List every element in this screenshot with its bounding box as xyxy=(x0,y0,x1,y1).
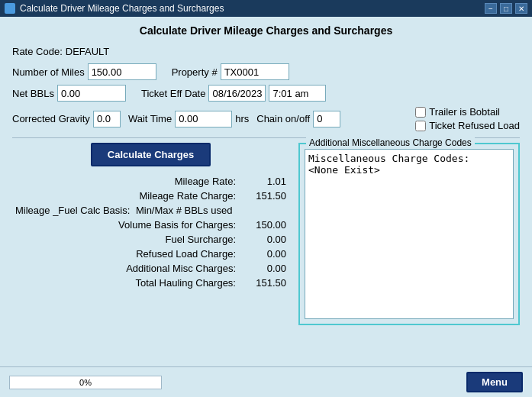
volume-basis-label: Volume Basis for Charges: xyxy=(12,218,243,232)
number-of-miles-input[interactable] xyxy=(88,63,156,80)
chain-on-off-label: Chain on/off xyxy=(256,113,310,124)
misc-group: Additional Miscellaneous Charge Codes Mi… xyxy=(298,143,520,325)
total-hauling-value: 151.50 xyxy=(243,276,289,290)
close-button[interactable]: ✕ xyxy=(515,3,527,14)
rate-code-row: Rate Code: DEFAULT xyxy=(12,46,520,57)
corrected-gravity-input[interactable] xyxy=(93,111,121,127)
window-title: Calculate Driver Mileage Charges and Sur… xyxy=(0,17,532,43)
checkboxes-group: Trailer is Bobtail Ticket Refused Load xyxy=(415,106,520,131)
number-of-miles-label: Number of Miles xyxy=(12,66,85,78)
chain-on-off-row: Chain on/off xyxy=(256,111,340,127)
trailer-bobtail-row: Trailer is Bobtail xyxy=(415,106,520,118)
wait-time-row: Wait Time hrs xyxy=(128,111,249,127)
minimize-button[interactable]: − xyxy=(485,3,497,14)
refused-load-value: 0.00 xyxy=(243,247,289,261)
table-row: Mileage _Fuel Calc Basis: Min/Max # BBLs… xyxy=(12,203,289,218)
right-panel: Additional Miscellaneous Charge Codes Mi… xyxy=(298,143,520,325)
refused-load-label: Refused Load Charge: xyxy=(12,247,243,261)
ticket-eff-date-row: Ticket Eff Date xyxy=(141,85,327,102)
net-bbls-row: Net BBLs xyxy=(12,85,126,102)
total-hauling-label: Total Hauling Charges: xyxy=(12,276,243,290)
rate-code-value: DEFAULT xyxy=(66,46,110,57)
property-num-label: Property # xyxy=(172,66,218,78)
wait-time-input[interactable] xyxy=(175,111,232,127)
misc-group-legend: Additional Miscellaneous Charge Codes xyxy=(306,137,475,148)
table-row: Additional Misc Charges: 0.00 xyxy=(12,261,289,276)
table-row: Fuel Surcharge: 0.00 xyxy=(12,232,289,247)
progress-bar-container: 0% xyxy=(9,376,162,389)
additional-misc-value: 0.00 xyxy=(243,261,289,276)
title-bar-text: Calculate Driver Mileage Charges and Sur… xyxy=(20,3,224,14)
table-row: Volume Basis for Charges: 150.00 xyxy=(12,218,289,232)
mileage-rate-value: 1.01 xyxy=(243,174,289,189)
net-bbls-input[interactable] xyxy=(57,85,126,102)
ticket-refused-load-row: Ticket Refused Load xyxy=(415,120,520,131)
menu-button[interactable]: Menu xyxy=(466,372,523,392)
calculate-charges-button[interactable]: Calculate Charges xyxy=(91,143,211,166)
corrected-gravity-label: Corrected Gravity xyxy=(12,113,90,124)
table-row: Refused Load Charge: 0.00 xyxy=(12,247,289,261)
ticket-refused-load-label: Ticket Refused Load xyxy=(429,120,520,131)
fuel-surcharge-value: 0.00 xyxy=(243,232,289,247)
ticket-eff-time-input[interactable] xyxy=(269,85,326,102)
ticket-eff-date-label: Ticket Eff Date xyxy=(141,88,206,99)
trailer-bobtail-label: Trailer is Bobtail xyxy=(429,106,500,118)
left-panel: Calculate Charges Mileage Rate: 1.01 Mil… xyxy=(12,143,289,325)
wait-time-unit: hrs xyxy=(235,113,249,124)
content-area: Rate Code: DEFAULT Number of Miles Prope… xyxy=(0,43,532,366)
mileage-fuel-calc-basis: Mileage _Fuel Calc Basis: Min/Max # BBLs… xyxy=(12,203,289,218)
volume-basis-value: 150.00 xyxy=(243,218,289,232)
ticket-eff-date-input[interactable] xyxy=(208,85,266,102)
mileage-rate-charge-value: 151.50 xyxy=(243,189,289,203)
trailer-bobtail-checkbox[interactable] xyxy=(415,107,426,118)
corrected-gravity-row: Corrected Gravity xyxy=(12,111,121,127)
maximize-button[interactable]: □ xyxy=(500,3,512,14)
main-window: Calculate Driver Mileage Charges and Sur… xyxy=(0,17,532,397)
ticket-refused-load-checkbox[interactable] xyxy=(415,121,426,131)
main-area: Calculate Charges Mileage Rate: 1.01 Mil… xyxy=(12,143,520,325)
number-of-miles-row: Number of Miles xyxy=(12,63,156,80)
mileage-rate-label: Mileage Rate: xyxy=(12,174,243,189)
progress-label: 0% xyxy=(10,376,161,389)
mileage-rate-charge-label: Mileage Rate Charge: xyxy=(12,189,243,203)
table-row: Mileage Rate Charge: 151.50 xyxy=(12,189,289,203)
table-row: Total Hauling Charges: 151.50 xyxy=(12,276,289,290)
table-row: Mileage Rate: 1.01 xyxy=(12,174,289,189)
rate-code-label: Rate Code: xyxy=(12,46,63,57)
chain-on-off-input[interactable] xyxy=(313,111,340,127)
net-bbls-label: Net BBLs xyxy=(12,88,54,99)
results-table: Mileage Rate: 1.01 Mileage Rate Charge: … xyxy=(12,174,289,290)
property-num-row: Property # xyxy=(172,63,289,80)
calc-btn-row: Calculate Charges xyxy=(12,143,289,166)
bottom-bar: 0% Menu xyxy=(0,366,532,397)
misc-textarea[interactable]: Miscellaneous Charge Codes: <None Exist> xyxy=(305,149,514,319)
additional-misc-label: Additional Misc Charges: xyxy=(12,261,243,276)
app-icon xyxy=(5,3,15,14)
fuel-surcharge-label: Fuel Surcharge: xyxy=(12,232,243,247)
wait-time-label: Wait Time xyxy=(128,113,172,124)
title-bar: Calculate Driver Mileage Charges and Sur… xyxy=(0,0,532,17)
property-num-input[interactable] xyxy=(221,63,289,80)
row-3: Corrected Gravity Wait Time hrs Chain on… xyxy=(12,106,520,131)
